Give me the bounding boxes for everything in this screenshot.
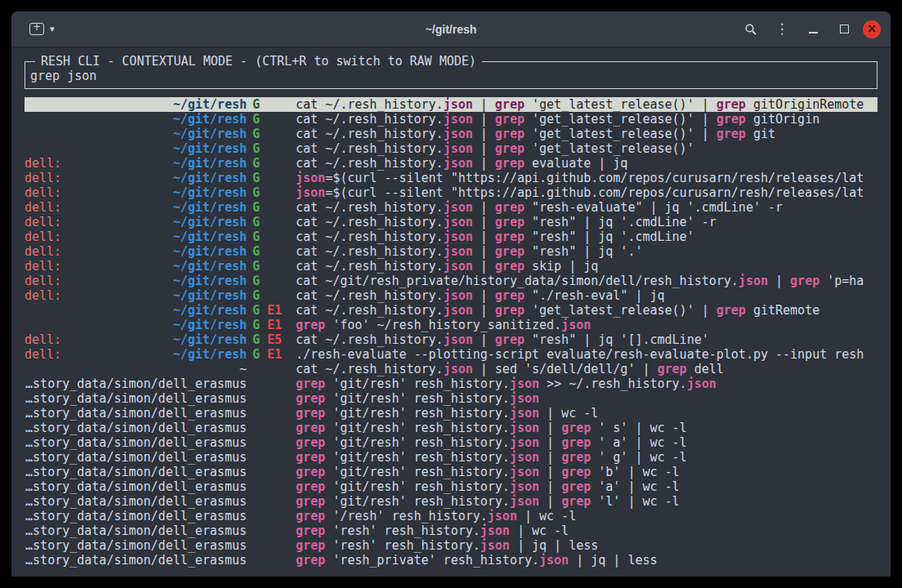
history-row[interactable]: …story_data/simon/dell_erasmus grep 'git… bbox=[25, 494, 877, 509]
history-row[interactable]: …story_data/simon/dell_erasmus grep 'res… bbox=[25, 553, 877, 568]
command-text: grep 'foo' ~/resh_history_sanitized.json bbox=[296, 318, 877, 332]
location-cell: dell: ~/git/resh bbox=[25, 244, 247, 259]
git-flags bbox=[247, 376, 296, 391]
command-text: json=$(curl --silent "https://api.github… bbox=[296, 185, 877, 200]
history-row[interactable]: …story_data/simon/dell_erasmus grep 'git… bbox=[25, 450, 877, 465]
restore-button[interactable] bbox=[832, 17, 856, 42]
query-match: grep bbox=[296, 509, 325, 523]
terminal-content: RESH CLI - CONTEXTUAL MODE - (CTRL+R to … bbox=[11, 47, 891, 577]
query-match: json bbox=[444, 259, 473, 274]
history-row[interactable]: …story_data/simon/dell_erasmus grep 'git… bbox=[25, 465, 877, 479]
git-flags bbox=[247, 435, 296, 450]
command-text: grep '/resh' resh_history.json | wc -l bbox=[296, 509, 877, 523]
close-button[interactable]: × bbox=[863, 20, 881, 38]
history-row[interactable]: dell: ~/git/resh G cat ~/.resh_history.j… bbox=[25, 244, 877, 259]
directory-label: ~/git/resh bbox=[173, 288, 247, 303]
query-match: json bbox=[510, 435, 539, 450]
history-row[interactable]: ~ cat ~/.resh_history.json | sed 's/dell… bbox=[25, 362, 877, 376]
minimize-button[interactable] bbox=[801, 17, 825, 42]
history-row[interactable]: dell: ~/git/resh G json=$(curl --silent … bbox=[25, 185, 877, 200]
git-flag: G bbox=[252, 259, 260, 274]
location-cell: ~/git/resh bbox=[25, 303, 247, 318]
headerbar: ▾ ~/git/resh ⋮ bbox=[11, 11, 891, 47]
history-row[interactable]: dell: ~/git/resh G cat ~/.resh_history.j… bbox=[25, 156, 877, 171]
history-row[interactable]: …story_data/simon/dell_erasmus grep 'res… bbox=[25, 523, 877, 538]
history-row[interactable]: dell: ~/git/resh G cat ~/.resh_history.j… bbox=[25, 215, 877, 229]
history-row[interactable]: ~/git/resh G cat ~/.resh_history.json | … bbox=[25, 97, 877, 112]
command-text: grep 'git/resh' resh_history.json | grep… bbox=[296, 494, 877, 509]
history-row[interactable]: dell: ~/git/resh G cat ~/.resh_history.j… bbox=[25, 259, 877, 274]
command-text: grep 'git/resh' resh_history.json | grep… bbox=[296, 435, 877, 450]
history-row[interactable]: …story_data/simon/dell_erasmus grep 'git… bbox=[25, 391, 877, 406]
history-row[interactable]: ~/git/resh G E1 grep 'foo' ~/resh_histor… bbox=[25, 318, 877, 332]
history-row[interactable]: ~/git/resh G cat ~/.resh_history.json | … bbox=[25, 141, 877, 156]
query-match: grep bbox=[495, 156, 525, 171]
minimize-icon bbox=[809, 32, 818, 33]
query-match: json bbox=[480, 523, 510, 538]
error-flag: E1 bbox=[267, 347, 282, 362]
git-flags: G bbox=[247, 274, 296, 288]
history-row[interactable]: dell: ~/git/resh G cat ~/git/resh_privat… bbox=[25, 274, 877, 288]
query-match: json bbox=[539, 553, 569, 568]
query-match: grep bbox=[296, 479, 325, 494]
git-flags: G bbox=[247, 97, 296, 112]
command-text: cat ~/.resh_history.json | grep "resh-ev… bbox=[296, 200, 877, 215]
history-row[interactable]: …story_data/simon/dell_erasmus grep 'git… bbox=[25, 435, 877, 450]
query-match: json bbox=[444, 97, 473, 112]
git-flags: G bbox=[247, 244, 296, 259]
history-row[interactable]: dell: ~/git/resh G E1 ./resh-evaluate --… bbox=[25, 347, 877, 362]
query-match: json bbox=[739, 274, 768, 288]
directory-label: ~/git/resh bbox=[173, 112, 247, 127]
query-match: grep bbox=[717, 112, 746, 127]
search-icon bbox=[744, 23, 757, 36]
query-match: grep bbox=[495, 127, 525, 141]
git-flags: G bbox=[247, 288, 296, 303]
history-row[interactable]: dell: ~/git/resh G cat ~/.resh_history.j… bbox=[25, 229, 877, 244]
history-row[interactable]: …story_data/simon/dell_erasmus grep 'git… bbox=[25, 421, 877, 435]
query-match: grep bbox=[717, 127, 746, 141]
command-text: cat ~/.resh_history.json | grep "resh" |… bbox=[296, 229, 877, 244]
search-query[interactable]: grep json bbox=[30, 69, 872, 83]
query-match: grep bbox=[296, 391, 325, 406]
query-match: grep bbox=[495, 303, 525, 318]
query-match: grep bbox=[296, 553, 325, 568]
menu-button[interactable]: ⋮ bbox=[770, 17, 794, 42]
host-label: dell: bbox=[25, 215, 61, 229]
git-flags: G bbox=[247, 171, 296, 185]
command-text: cat ~/.resh_history.json | grep 'get_lat… bbox=[296, 97, 877, 112]
history-row[interactable]: …story_data/simon/dell_erasmus grep 'git… bbox=[25, 406, 877, 421]
history-row[interactable]: dell: ~/git/resh G E5 cat ~/.resh_histor… bbox=[25, 332, 877, 347]
history-row[interactable]: …story_data/simon/dell_erasmus grep 'git… bbox=[25, 376, 877, 391]
query-match: json bbox=[510, 479, 539, 494]
location-cell: …story_data/simon/dell_erasmus bbox=[25, 391, 247, 406]
git-flags bbox=[247, 494, 296, 509]
git-flags: G E1 bbox=[247, 318, 296, 332]
directory-label: ~/git/resh bbox=[173, 318, 247, 332]
history-row[interactable]: dell: ~/git/resh G cat ~/.resh_history.j… bbox=[25, 200, 877, 215]
git-flags bbox=[247, 553, 296, 568]
history-row[interactable]: …story_data/simon/dell_erasmus grep 'git… bbox=[25, 479, 877, 494]
history-row[interactable]: …story_data/simon/dell_erasmus grep '/re… bbox=[25, 509, 877, 523]
query-match: grep bbox=[495, 332, 525, 347]
new-tab-button[interactable]: ▾ bbox=[25, 20, 60, 38]
git-flags bbox=[247, 509, 296, 523]
directory-label: ~/git/resh bbox=[173, 215, 247, 229]
git-flags: G bbox=[247, 259, 296, 274]
history-row[interactable]: …story_data/simon/dell_erasmus grep 'res… bbox=[25, 538, 877, 553]
directory-label: ~/git/resh bbox=[173, 141, 247, 156]
history-row[interactable]: dell: ~/git/resh G cat ~/.resh_history.j… bbox=[25, 288, 877, 303]
command-text: cat ~/.resh_history.json | grep "resh" |… bbox=[296, 215, 877, 229]
query-match: json bbox=[561, 318, 591, 332]
search-button[interactable] bbox=[739, 17, 763, 42]
query-match: json bbox=[510, 376, 539, 391]
history-row[interactable]: ~/git/resh G cat ~/.resh_history.json | … bbox=[25, 127, 877, 141]
history-row[interactable]: ~/git/resh G cat ~/.resh_history.json | … bbox=[25, 112, 877, 127]
location-cell: …story_data/simon/dell_erasmus bbox=[25, 421, 247, 435]
location-cell: dell: ~/git/resh bbox=[25, 347, 247, 362]
search-box[interactable]: RESH CLI - CONTEXTUAL MODE - (CTRL+R to … bbox=[25, 61, 877, 89]
git-flag: G bbox=[252, 112, 260, 127]
history-row[interactable]: dell: ~/git/resh G json=$(curl --silent … bbox=[25, 171, 877, 185]
history-row[interactable]: ~/git/resh G E1 cat ~/.resh_history.json… bbox=[25, 303, 877, 318]
command-text: cat ~/.resh_history.json | grep evaluate… bbox=[296, 156, 877, 171]
git-flags: G bbox=[247, 200, 296, 215]
